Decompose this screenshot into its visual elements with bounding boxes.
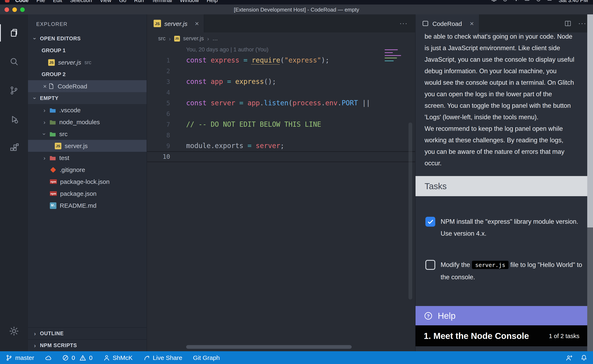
editor-group: JS server.js × ··· src › JS server.js › … (147, 14, 415, 351)
breadcrumb-file[interactable]: server.js (183, 35, 204, 42)
code-line-6: 6 (147, 109, 415, 119)
activity-extensions[interactable] (0, 134, 28, 162)
bell-icon (581, 354, 587, 361)
tree-item-node-modules[interactable]: ›node_modules (28, 116, 147, 128)
lesson-text: be able to check what's going on in your… (415, 32, 593, 169)
tasks-header: Tasks (415, 176, 588, 196)
menu-view[interactable]: View (100, 0, 111, 3)
open-editor-coderoad[interactable]: ×CodeRoad (28, 80, 147, 92)
status-shmck[interactable]: ShMcK (103, 354, 133, 361)
panel-tab-bar: CodeRoad × ··· (415, 14, 593, 32)
line-number: 1 (147, 55, 170, 66)
task-2-checkbox[interactable] (425, 260, 435, 270)
chevron-down-icon: › (32, 95, 38, 101)
open-editor-server-js[interactable]: JSserver.jssrc (28, 56, 147, 68)
tab-close-icon[interactable]: × (195, 20, 199, 27)
npm-file-icon: npm (50, 191, 57, 196)
minimize-window-button[interactable] (12, 7, 17, 12)
tab-close-icon[interactable]: × (470, 20, 474, 27)
code-editor[interactable]: You, 20 days ago | 1 author (You) 1 cons… (147, 45, 415, 351)
editor-horizontal-scrollbar[interactable] (186, 345, 352, 349)
tree-item-package-lock-json[interactable]: npmpackage-lock.json (28, 176, 147, 188)
menubar-status-icon[interactable] (502, 0, 508, 2)
menu-file[interactable]: File (36, 0, 45, 3)
menubar-status-icon[interactable] (513, 0, 520, 2)
menu-items: CodeFileEditSelectionViewGoRunTerminalWi… (15, 0, 226, 3)
person-add-icon (566, 354, 573, 361)
window-title-bar[interactable]: [Extension Development Host] - CodeRoad … (0, 5, 593, 14)
editor-vertical-scrollbar[interactable] (408, 123, 412, 299)
menubar-status-icon[interactable] (547, 0, 553, 2)
status-git-graph[interactable]: Git Graph (193, 354, 220, 361)
tree-item--vscode[interactable]: ›.vscode (28, 104, 147, 116)
menu-help[interactable]: Help (207, 0, 218, 3)
minimap[interactable] (383, 47, 402, 100)
menubar-status-icon[interactable] (524, 0, 531, 2)
tree-item-package-json[interactable]: npmpackage.json (28, 188, 147, 200)
line-number: 5 (147, 98, 170, 109)
apple-menu-icon[interactable] (5, 0, 9, 2)
menu-terminal[interactable]: Terminal (152, 0, 172, 3)
task-1-checkbox[interactable] (425, 217, 435, 227)
js-file-icon: JS (48, 59, 55, 66)
editor-more-actions-icon[interactable]: ··· (392, 19, 415, 27)
line-number: 6 (147, 109, 170, 119)
section-outline[interactable]: ›OUTLINE (28, 327, 147, 339)
status-cloud[interactable] (45, 354, 52, 361)
activity-run-and-debug[interactable] (0, 105, 28, 134)
menubar-status-icon[interactable] (491, 0, 497, 2)
code-line-1: 1 const express = require("express"); (147, 55, 415, 66)
tab-server-js[interactable]: JS server.js × (147, 14, 204, 32)
status-master[interactable]: master (6, 354, 34, 361)
activity-explorer[interactable] (0, 19, 28, 47)
activity-settings[interactable] (0, 317, 28, 345)
status-bell[interactable] (581, 354, 587, 361)
menu-code[interactable]: Code (15, 0, 29, 3)
tree-item-server-js[interactable]: JSserver.js (28, 140, 147, 152)
tree-item--gitignore[interactable]: .gitignore (28, 164, 147, 176)
menubar-status-icon[interactable] (536, 0, 542, 2)
sidebar-title: EXPLORER (28, 14, 147, 32)
section-npm-scripts[interactable]: ›NPM SCRIPTS (28, 339, 147, 351)
person-icon (103, 354, 110, 361)
section-open-editors[interactable]: ›OPEN EDITORS (28, 32, 147, 45)
close-window-button[interactable] (5, 7, 9, 12)
chevron-right-icon: › (32, 330, 38, 337)
status-live-share[interactable]: Live Share (143, 354, 182, 361)
activity-source-control[interactable] (0, 76, 28, 105)
chevron-right-icon: › (42, 107, 47, 113)
panel-scrollbar[interactable] (587, 14, 593, 351)
line-number: 3 (147, 77, 170, 87)
breadcrumb-symbol[interactable]: … (212, 35, 218, 42)
section-empty[interactable]: ›EMPTY (28, 92, 147, 104)
zoom-window-button[interactable] (20, 7, 25, 12)
help-label: Help (438, 311, 455, 321)
menu-selection[interactable]: Selection (70, 0, 92, 3)
status-person-add[interactable] (566, 354, 573, 361)
tree-item-src[interactable]: ›src (28, 128, 147, 140)
help-bar[interactable]: ? Help (415, 306, 588, 325)
menu-window[interactable]: Window (180, 0, 199, 3)
menu-go[interactable]: Go (119, 0, 127, 3)
menu-clock[interactable]: Sat 3:40 PM (559, 0, 588, 3)
menu-run[interactable]: Run (134, 0, 144, 3)
more-actions-icon[interactable]: ··· (578, 19, 586, 27)
tree-item-test[interactable]: ›test (28, 152, 147, 164)
chevron-down-icon: › (32, 36, 38, 41)
status-problems[interactable]: 00 (62, 354, 93, 361)
chevron-right-icon: › (169, 35, 171, 42)
task-2: Modify the server.js file to log "Hello … (415, 259, 593, 283)
close-icon[interactable]: × (42, 83, 48, 90)
split-editor-icon[interactable] (564, 20, 572, 27)
webview-file-icon (422, 20, 429, 27)
node-modules-folder-icon (49, 119, 56, 125)
lesson-footer[interactable]: 1. Meet the Node Console 1 of 2 tasks (415, 325, 588, 346)
panel-scrollbar-thumb[interactable] (587, 14, 593, 228)
tab-coderoad[interactable]: CodeRoad × (415, 14, 479, 32)
menu-edit[interactable]: Edit (53, 0, 62, 3)
activity-search[interactable] (0, 47, 28, 76)
tree-item-readme-md[interactable]: M↓README.md (28, 200, 147, 211)
breadcrumb-src[interactable]: src (158, 35, 166, 42)
vscode-window: CodeFileEditSelectionViewGoRunTerminalWi… (0, 0, 593, 364)
status-bar-left: master00ShMcKLive ShareGit Graph (6, 354, 220, 361)
